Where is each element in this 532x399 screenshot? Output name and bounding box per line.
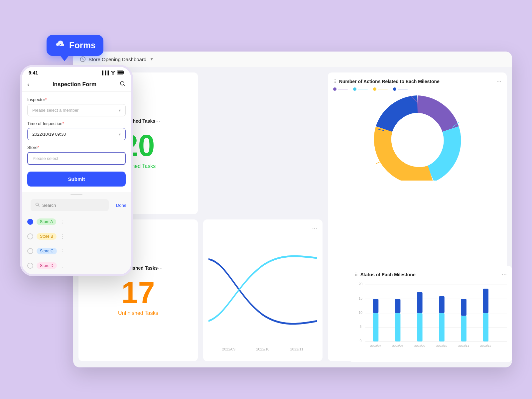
time-arrow-icon: ▾: [119, 132, 121, 137]
milestones-title-row: ⠿ Number of Actions Related to Each Mile…: [333, 79, 440, 84]
scroll-indicator: [22, 192, 131, 196]
legend-dot-cyan: [353, 87, 356, 91]
svg-rect-22: [417, 313, 422, 341]
svg-rect-27: [461, 299, 466, 316]
store-field: Store* Please select: [27, 145, 126, 165]
battery-icon: [117, 70, 124, 75]
x-label-sep: 2022/09: [222, 347, 235, 351]
dropdown-search-bar[interactable]: [31, 199, 109, 211]
card-menu-icon-4[interactable]: ···: [312, 225, 317, 232]
back-button[interactable]: ‹: [27, 81, 29, 88]
status-time: 9:41: [29, 70, 38, 75]
legend-dot-blue: [393, 87, 396, 91]
dropdown-search-icon: [35, 202, 40, 208]
submit-button[interactable]: Submit: [27, 172, 126, 187]
store-radio-c: [27, 248, 33, 254]
inspector-arrow-icon: ▾: [119, 108, 121, 113]
forms-badge-tail: [60, 55, 69, 61]
svg-text:2022/07: 2022/07: [370, 344, 381, 347]
store-tag-d: Store D: [37, 262, 57, 269]
legend-line-cyan: [358, 89, 368, 89]
line-chart-card: ··· 2022/09 2022/10 2022/11: [203, 219, 323, 361]
line-chart-header: ···: [208, 225, 317, 232]
status-title-row: ⠿ Status of Each Milestone: [354, 272, 416, 277]
store-select[interactable]: Please select: [27, 152, 126, 165]
dashboard-dropdown-arrow[interactable]: ▼: [150, 57, 154, 62]
store-item-dots-a[interactable]: ⋮: [60, 219, 65, 225]
unfinished-tasks-count: 17: [121, 278, 155, 308]
dashboard-title: Store Opening Dashboard: [88, 57, 146, 62]
drag-dots-icon-2: ⠿: [333, 79, 337, 84]
svg-rect-25: [439, 296, 444, 313]
store-item-a[interactable]: Store A ⋮: [22, 214, 131, 229]
store-radio-d: [27, 263, 33, 269]
donut-legends: [333, 87, 501, 91]
store-item-b[interactable]: Store B ⋮: [22, 229, 131, 244]
status-icons: ▐▐▐: [100, 70, 124, 75]
time-inspection-select[interactable]: 2022/10/19 09:30 ▾: [27, 128, 126, 140]
svg-rect-37: [118, 71, 123, 73]
line-chart-x-labels: 2022/09 2022/10 2022/11: [208, 347, 317, 351]
card-menu-icon[interactable]: ···: [155, 118, 160, 125]
svg-rect-26: [461, 316, 466, 341]
svg-point-3: [393, 115, 441, 163]
x-label-oct: 2022/10: [256, 347, 269, 351]
svg-point-39: [36, 203, 39, 206]
search-input[interactable]: [42, 203, 104, 208]
time-inspection-value: 2022/10/19 09:30: [32, 132, 66, 137]
phone-status-bar: 9:41 ▐▐▐: [22, 67, 131, 77]
phone-nav-title: Inspection Form: [53, 81, 96, 88]
svg-rect-21: [395, 299, 400, 313]
svg-text:2022/10: 2022/10: [436, 344, 447, 347]
store-placeholder: Please select: [33, 156, 58, 161]
store-item-dots-d[interactable]: ⋮: [60, 263, 66, 269]
legend-item-yellow: [373, 87, 388, 91]
svg-text:10: 10: [359, 311, 363, 315]
inspector-placeholder: Please select a member: [32, 108, 78, 113]
legend-line-blue: [398, 89, 408, 89]
store-item-dots-c[interactable]: ⋮: [60, 248, 66, 254]
outer-container: Forms Store Opening Dashboard ▼ ⠿: [20, 25, 512, 374]
inspector-select[interactable]: Please select a member ▾: [27, 104, 126, 116]
done-button[interactable]: Done: [116, 203, 126, 208]
svg-rect-20: [395, 313, 400, 341]
svg-text:5: 5: [359, 325, 361, 329]
inspector-required-marker: *: [45, 97, 47, 102]
svg-text:2022/08: 2022/08: [392, 344, 403, 347]
legend-line-yellow: [378, 89, 388, 89]
forms-badge[interactable]: Forms: [47, 35, 103, 56]
legend-dot-yellow: [373, 87, 376, 91]
status-bar-chart-svg: 20 15 10 5 0: [354, 281, 507, 351]
clock-icon: [80, 56, 86, 62]
phone-form-content: Inspector* Please select a member ▾ Time…: [22, 92, 131, 192]
svg-text:2022/12: 2022/12: [480, 344, 491, 347]
store-item-c[interactable]: Store C ⋮: [22, 244, 131, 258]
card-menu-icon-3[interactable]: ···: [158, 265, 163, 272]
donut-chart-svg: [371, 94, 464, 181]
phone-mockup: 9:41 ▐▐▐ ‹ Inspection Form: [20, 65, 133, 276]
legend-line-purple: [338, 89, 348, 89]
status-header: ⠿ Status of Each Milestone ···: [354, 271, 507, 278]
svg-rect-23: [417, 292, 422, 313]
search-nav-icon[interactable]: [120, 81, 126, 88]
card-menu-icon-2[interactable]: ···: [496, 78, 501, 85]
card-menu-icon-5[interactable]: ···: [502, 271, 507, 278]
store-item-dots-b[interactable]: ⋮: [60, 233, 65, 240]
dropdown-search-row: Done: [22, 196, 131, 213]
store-tag-c: Store C: [37, 248, 57, 254]
svg-rect-19: [373, 299, 378, 313]
dropdown-panel: Done Store A ⋮ Store B ⋮ Store C ⋮: [22, 192, 131, 274]
svg-rect-18: [373, 313, 378, 341]
store-radio-a: [27, 219, 33, 225]
store-tag-b: Store B: [37, 233, 57, 240]
scroll-handle: [70, 194, 82, 195]
svg-rect-29: [483, 289, 488, 313]
legend-item-blue: [393, 87, 408, 91]
inspector-label: Inspector*: [27, 97, 126, 102]
legend-dot-purple: [333, 87, 336, 91]
line-chart-svg: [208, 234, 317, 346]
forms-badge-label: Forms: [69, 40, 95, 51]
svg-point-38: [120, 81, 124, 85]
store-item-d[interactable]: Store D ⋮: [22, 258, 131, 273]
status-title: Status of Each Milestone: [360, 272, 416, 277]
